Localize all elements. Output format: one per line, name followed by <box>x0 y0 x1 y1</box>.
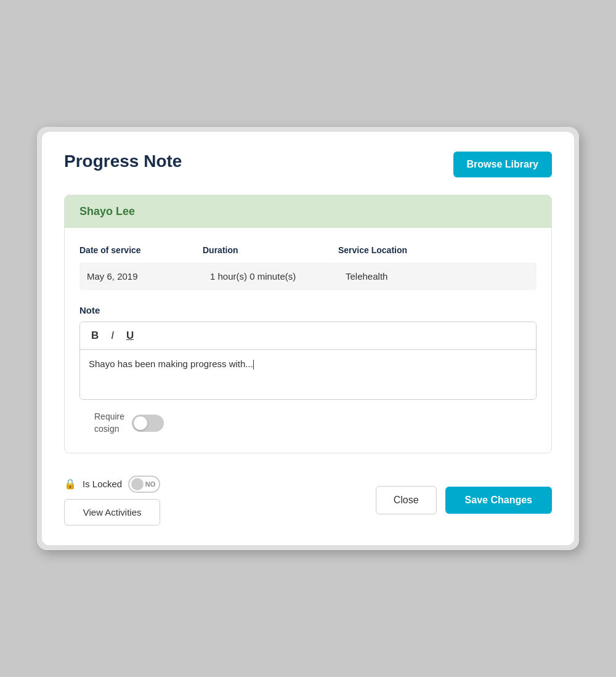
card: Shayo Lee Date of service Duration Servi… <box>64 195 552 453</box>
patient-header: Shayo Lee <box>65 195 551 228</box>
cell-location: Telehealth <box>346 271 529 282</box>
footer-left: 🔒 Is Locked NO View Activities <box>64 476 160 525</box>
col-header-date: Date of service <box>79 245 203 255</box>
table-header-row: Date of service Duration Service Locatio… <box>79 240 537 260</box>
service-table: Date of service Duration Service Locatio… <box>65 240 551 290</box>
toggle-thumb <box>134 416 147 430</box>
note-label: Note <box>79 305 537 315</box>
lock-icon: 🔒 <box>64 478 76 490</box>
cell-date: May 6, 2019 <box>87 271 210 282</box>
view-activities-button[interactable]: View Activities <box>64 499 160 525</box>
is-locked-toggle-thumb <box>131 478 144 490</box>
underline-button[interactable]: U <box>124 328 136 343</box>
text-cursor <box>253 360 254 370</box>
editor-content[interactable]: Shayo has been making progress with... <box>80 350 536 399</box>
italic-button[interactable]: I <box>108 328 116 343</box>
close-button[interactable]: Close <box>376 486 437 514</box>
modal-header: Progress Note Browse Library <box>64 152 552 177</box>
save-changes-button[interactable]: Save Changes <box>445 487 552 514</box>
cosign-label: Requirecosign <box>94 411 124 435</box>
locked-row: 🔒 Is Locked NO <box>64 476 160 493</box>
browse-library-button[interactable]: Browse Library <box>453 152 552 177</box>
note-section: Note B I U Shayo has been making progres… <box>65 305 551 435</box>
table-data-row: May 6, 2019 1 hour(s) 0 minute(s) Telehe… <box>79 262 537 290</box>
col-header-duration: Duration <box>203 245 338 255</box>
modal-shadow: Progress Note Browse Library Shayo Lee D… <box>37 127 579 549</box>
locked-label: Is Locked <box>83 479 122 489</box>
cell-duration: 1 hour(s) 0 minute(s) <box>210 271 346 282</box>
modal-title: Progress Note <box>64 152 182 171</box>
modal-footer: 🔒 Is Locked NO View Activities Close Sav… <box>64 471 552 525</box>
cosign-row: Requirecosign <box>79 411 537 435</box>
editor-toolbar: B I U <box>80 322 536 350</box>
editor-text: Shayo has been making progress with... <box>89 359 253 369</box>
rich-text-editor[interactable]: B I U Shayo has been making progress wit… <box>79 322 537 400</box>
footer-right: Close Save Changes <box>376 486 552 514</box>
bold-button[interactable]: B <box>89 328 101 343</box>
cosign-toggle[interactable] <box>132 415 164 432</box>
toggle-no-text: NO <box>145 480 156 488</box>
modal-container: Progress Note Browse Library Shayo Lee D… <box>42 132 574 545</box>
is-locked-toggle[interactable]: NO <box>128 476 160 493</box>
patient-name: Shayo Lee <box>79 205 135 217</box>
col-header-location: Service Location <box>338 245 537 255</box>
